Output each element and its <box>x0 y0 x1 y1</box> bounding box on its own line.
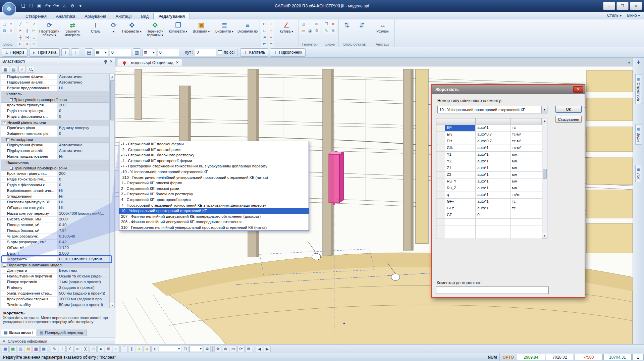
snap-nearest-icon[interactable]: ◌ <box>113 346 120 352</box>
fe-type-option[interactable]: 3 - Стержневий КЕ балочного ростверку <box>119 191 309 197</box>
param-value-cell[interactable]: auto*1 <box>476 185 510 192</box>
param-name-cell[interactable]: Y2 <box>445 158 476 165</box>
collapse-icon[interactable]: - <box>10 167 13 170</box>
param-value-cell[interactable]: auto*0.7 <box>476 138 510 145</box>
property-value[interactable]: 1.120 <box>57 245 109 251</box>
param-name-cell[interactable]: Ru_Y <box>445 178 476 185</box>
by-axis-checkbox[interactable] <box>218 50 222 54</box>
edit-line-icon[interactable]: ╱ <box>17 21 23 27</box>
block-insert-icon[interactable]: ⊞ <box>330 28 336 34</box>
property-row[interactable]: Рядів точок тріангул...0 <box>1 177 109 183</box>
property-row[interactable]: ЗгладжуванняНі <box>1 194 109 200</box>
geometry-surface-icon[interactable]: ◪ <box>307 28 313 34</box>
num-lock-indicator[interactable]: NUM <box>485 353 499 361</box>
param-value-cell[interactable]: auto*1 <box>476 178 510 185</box>
param-value-cell[interactable] <box>476 219 510 225</box>
stiffness-table-row[interactable] <box>436 225 542 232</box>
side-tab-Види[interactable]: ▦Види <box>635 124 642 145</box>
property-row[interactable]: Підрізування фізичн...Автоматично <box>1 143 109 148</box>
property-row[interactable]: Висота колони, мм2800 <box>1 217 109 222</box>
rotate-button[interactable]: ⟳ ▾ <box>108 20 119 38</box>
property-value[interactable]: Автоматично <box>57 74 109 80</box>
dialog-title-bar[interactable]: Жорсткість <box>432 85 585 94</box>
property-category[interactable]: -Тріангуляція приопорної зони <box>1 165 109 171</box>
bottom-toolbar-combo[interactable]: ▾ <box>159 346 181 352</box>
edit-trim-icon[interactable]: ✂ <box>17 28 23 34</box>
stiffness-table-row[interactable]: Ru_Yauto*1мм <box>436 178 542 185</box>
stiffness-table-row[interactable]: GF0 <box>436 212 542 219</box>
scroll-down-icon[interactable]: ▼ <box>542 234 547 239</box>
stiffness-table-row[interactable]: EIzauto*0.7тс·м² <box>436 138 542 145</box>
property-value[interactable]: 6.42 <box>57 240 109 245</box>
stiffness-table-row[interactable]: Z1auto*1мм <box>436 165 542 172</box>
property-row[interactable]: Пошук перетинів1 мм (задано в проекті) <box>1 279 109 285</box>
edit-join-icon[interactable]: ⊾ <box>17 41 23 47</box>
offset-mode-combo-2[interactable]: ▥▾ <box>143 49 156 56</box>
offset-top-input[interactable]: 0 <box>110 49 131 56</box>
property-category[interactable]: -Параметри аналітичної моделі <box>1 262 109 268</box>
scrollbar-thumb[interactable] <box>110 80 114 120</box>
new-file-icon[interactable]: ❏ <box>19 2 27 10</box>
select-rect-icon[interactable]: ▢ <box>1 21 7 27</box>
stiffness-table-row[interactable]: EFauto*1тс <box>436 125 542 132</box>
param-value-cell[interactable]: auto*1 <box>476 145 510 151</box>
trim-cut-icon[interactable]: ✂ <box>268 34 274 40</box>
section-button[interactable]: ⌶ Переріз <box>2 48 28 57</box>
param-name-cell[interactable]: GFz <box>445 205 476 212</box>
zoom-window-icon[interactable]: ▭ <box>230 346 237 352</box>
fe-type-option[interactable]: 208 - Фізично нелінійний двовузловий КЕ … <box>119 219 309 225</box>
property-value[interactable]: 0.40 <box>57 222 109 228</box>
property-value[interactable]: 0 <box>57 131 109 137</box>
select-objects-down-button[interactable]: ⇵ <box>355 20 369 38</box>
trim-bottom-icon[interactable]: ⊔ <box>268 21 274 27</box>
property-value[interactable]: 0 <box>57 177 109 182</box>
pin-panel-icon[interactable] <box>104 60 107 63</box>
property-value[interactable]: Верх і низ <box>57 268 109 273</box>
maximize-button[interactable]: ❐ <box>616 2 629 10</box>
stiffness-table-row[interactable]: qauto*1тс/м <box>436 192 542 199</box>
minimize-button[interactable]: ─ <box>603 2 615 10</box>
edit-chamfer-icon[interactable]: ∟ <box>31 34 37 40</box>
param-name-cell[interactable]: EF <box>445 125 476 131</box>
redo-icon[interactable]: ↷▾ <box>52 2 60 10</box>
property-category[interactable]: -Нижній рівень колони <box>1 120 109 125</box>
property-category[interactable]: Капітель <box>1 91 109 97</box>
property-row[interactable]: Рядів с фіксованим к...0 <box>1 183 109 188</box>
geometry-subtract-icon[interactable]: ⊟ <box>307 21 313 27</box>
fe-type-option[interactable]: -7 - Просторовий стержневий тонкостінний… <box>119 163 309 169</box>
property-row[interactable]: Нижнє продавлюванняНі <box>1 154 109 160</box>
property-row[interactable]: Площа бокова, м²7.84 <box>1 228 109 234</box>
property-value[interactable]: Ні <box>57 194 109 199</box>
snap-button[interactable]: ⊾ Прив'язка <box>29 48 60 57</box>
trim-edge-icon[interactable]: ⌐ <box>268 28 274 34</box>
guide-lines-icon[interactable]: ∥ <box>128 346 135 352</box>
fe-type-option[interactable]: -1 - Стержневий КЕ плоскої ферми <box>119 141 309 147</box>
steel-button[interactable]: ⅠСталь <box>85 20 106 38</box>
fe-type-option[interactable]: -310 - Геометрично нелінійний універсаль… <box>119 175 309 180</box>
geometry-settings-icon[interactable]: ⚙ <box>314 28 320 34</box>
tab-Редагування[interactable]: Редагування <box>153 13 190 19</box>
select-objects-up-button[interactable]: ⇅ <box>340 20 354 38</box>
panel-tab-Попередній перегляд[interactable]: ▤Попередній перегляд <box>37 329 87 336</box>
edit-break-icon[interactable]: ┼ <box>17 34 23 40</box>
property-grid-scrollbar[interactable]: ▲ ▼ <box>110 74 115 308</box>
next-view-icon[interactable]: ▶ <box>264 346 271 352</box>
ok-button[interactable]: ОК <box>555 106 582 113</box>
edit-mirror-icon[interactable]: ⋈ <box>24 34 30 40</box>
snap-grid-icon[interactable]: ⊞ <box>105 346 112 352</box>
property-row[interactable]: Площа основи, м²0.40 <box>1 222 109 228</box>
fe-type-option[interactable]: 10 - Універсальний просторовий стержневи… <box>119 208 309 214</box>
param-value-cell[interactable] <box>476 232 510 239</box>
snap-intersection-icon[interactable]: ╳ <box>82 346 89 352</box>
layers-visibility-icon[interactable]: ≣ <box>204 346 211 352</box>
tab-Створення[interactable]: Створення <box>21 13 51 19</box>
project-home-icon[interactable]: ⌂ <box>61 2 68 10</box>
property-category[interactable]: -Тріангуляція приопорної зони <box>1 97 109 103</box>
property-value[interactable]: Ні <box>57 200 109 205</box>
param-value-cell[interactable]: auto*1 <box>476 165 510 171</box>
property-value[interactable]: 200 <box>57 171 109 176</box>
tab-Анотації[interactable]: Анотації <box>111 13 137 19</box>
property-row[interactable]: Об'єднання контурівНі <box>1 205 109 211</box>
snap-settings-2-icon[interactable]: ▦ <box>9 346 16 352</box>
grid-step-icon[interactable]: ⊟ <box>182 346 189 352</box>
